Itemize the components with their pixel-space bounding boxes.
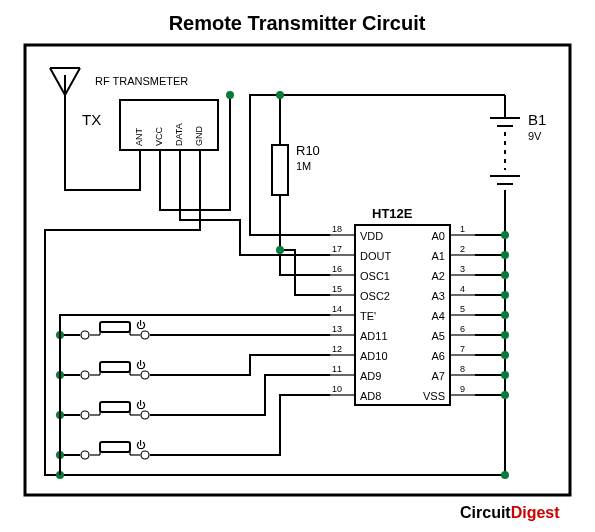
svg-text:AD11: AD11 bbox=[360, 330, 388, 342]
svg-text:AD10: AD10 bbox=[360, 350, 388, 362]
svg-text:⏻: ⏻ bbox=[136, 360, 146, 370]
tx-pin-gnd: GND bbox=[194, 126, 204, 147]
svg-text:18: 18 bbox=[332, 224, 342, 234]
svg-text:AD8: AD8 bbox=[360, 390, 381, 402]
svg-point-93 bbox=[501, 391, 509, 399]
tx-label: TX bbox=[82, 111, 101, 128]
svg-point-105 bbox=[81, 371, 89, 379]
svg-text:6: 6 bbox=[460, 324, 465, 334]
svg-point-85 bbox=[501, 311, 509, 319]
outer-frame bbox=[25, 45, 570, 495]
svg-point-116 bbox=[141, 411, 149, 419]
svg-text:A4: A4 bbox=[432, 310, 445, 322]
battery-value: 9V bbox=[528, 130, 542, 142]
svg-rect-107 bbox=[100, 362, 130, 372]
svg-point-83 bbox=[501, 291, 509, 299]
svg-rect-117 bbox=[100, 402, 130, 412]
rf-transmitter-label: RF TRANSMETER bbox=[95, 75, 188, 87]
svg-text:AD9: AD9 bbox=[360, 370, 381, 382]
svg-text:A3: A3 bbox=[432, 290, 445, 302]
svg-text:8: 8 bbox=[460, 364, 465, 374]
svg-text:11: 11 bbox=[332, 364, 342, 374]
svg-point-71 bbox=[276, 91, 284, 99]
svg-point-77 bbox=[501, 231, 509, 239]
svg-point-91 bbox=[501, 371, 509, 379]
svg-text:DOUT: DOUT bbox=[360, 250, 391, 262]
brand: CircuitDigest bbox=[460, 504, 560, 521]
svg-point-73 bbox=[276, 246, 284, 254]
svg-text:12: 12 bbox=[332, 344, 342, 354]
right-pin-ties bbox=[475, 231, 509, 399]
ic-ref: HT12E bbox=[372, 206, 413, 221]
switch-2: ⏻ bbox=[81, 360, 149, 379]
svg-text:A5: A5 bbox=[432, 330, 445, 342]
svg-point-79 bbox=[501, 251, 509, 259]
svg-point-125 bbox=[81, 451, 89, 459]
svg-point-89 bbox=[501, 351, 509, 359]
svg-text:TE': TE' bbox=[360, 310, 376, 322]
svg-text:14: 14 bbox=[332, 304, 342, 314]
svg-rect-127 bbox=[100, 442, 130, 452]
svg-point-94 bbox=[81, 331, 89, 339]
svg-text:3: 3 bbox=[460, 264, 465, 274]
svg-text:A0: A0 bbox=[432, 230, 445, 242]
svg-text:OSC1: OSC1 bbox=[360, 270, 390, 282]
battery-icon bbox=[490, 95, 520, 210]
svg-point-81 bbox=[501, 271, 509, 279]
svg-point-136 bbox=[501, 471, 509, 479]
svg-text:9: 9 bbox=[460, 384, 465, 394]
resistor-r10 bbox=[272, 130, 288, 210]
svg-text:1: 1 bbox=[460, 224, 465, 234]
resistor-value: 1M bbox=[296, 160, 311, 172]
svg-point-87 bbox=[501, 331, 509, 339]
svg-text:2: 2 bbox=[460, 244, 465, 254]
page-title: Remote Transmitter Circuit bbox=[169, 12, 426, 34]
svg-text:A7: A7 bbox=[432, 370, 445, 382]
switch-4: ⏻ bbox=[81, 440, 149, 459]
svg-text:⏻: ⏻ bbox=[136, 440, 146, 450]
tx-pin-data: DATA bbox=[174, 123, 184, 146]
svg-text:10: 10 bbox=[332, 384, 342, 394]
svg-text:13: 13 bbox=[332, 324, 342, 334]
svg-text:OSC2: OSC2 bbox=[360, 290, 390, 302]
svg-text:17: 17 bbox=[332, 244, 342, 254]
battery-ref: B1 bbox=[528, 111, 546, 128]
svg-text:VSS: VSS bbox=[423, 390, 445, 402]
svg-point-72 bbox=[226, 91, 234, 99]
svg-text:⏻: ⏻ bbox=[136, 320, 146, 330]
svg-text:5: 5 bbox=[460, 304, 465, 314]
antenna-icon bbox=[50, 68, 80, 115]
svg-point-115 bbox=[81, 411, 89, 419]
svg-point-95 bbox=[141, 331, 149, 339]
svg-rect-7 bbox=[272, 145, 288, 195]
svg-text:15: 15 bbox=[332, 284, 342, 294]
tx-pin-vcc: VCC bbox=[154, 126, 164, 146]
svg-point-126 bbox=[141, 451, 149, 459]
svg-text:A6: A6 bbox=[432, 350, 445, 362]
svg-text:A1: A1 bbox=[432, 250, 445, 262]
svg-text:A2: A2 bbox=[432, 270, 445, 282]
svg-text:⏻: ⏻ bbox=[136, 400, 146, 410]
svg-point-106 bbox=[141, 371, 149, 379]
svg-text:16: 16 bbox=[332, 264, 342, 274]
resistor-ref: R10 bbox=[296, 143, 320, 158]
tx-pin-ant: ANT bbox=[134, 127, 144, 146]
svg-text:4: 4 bbox=[460, 284, 465, 294]
svg-text:VDD: VDD bbox=[360, 230, 383, 242]
switch-1: ⏻ bbox=[81, 320, 149, 339]
svg-rect-96 bbox=[100, 322, 130, 332]
svg-text:7: 7 bbox=[460, 344, 465, 354]
switch-3: ⏻ bbox=[81, 400, 149, 419]
